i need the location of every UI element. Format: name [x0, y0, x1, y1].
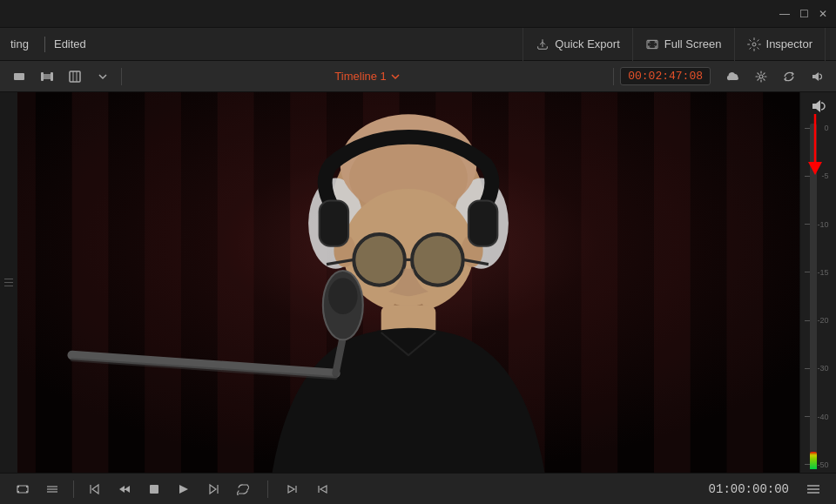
play-button[interactable]: [172, 477, 196, 501]
toolbar-btn-2[interactable]: [35, 65, 59, 88]
tick-line: [805, 368, 810, 369]
vu-tick-15: -15: [805, 268, 829, 277]
toolbar-dropdown-btn[interactable]: [91, 65, 115, 88]
app-title: ting: [10, 37, 29, 50]
top-bar: ting Edited Quick Export Full Screen Ins…: [0, 28, 836, 61]
skip-back-icon: [89, 483, 101, 495]
toolbar-btn-1[interactable]: [7, 65, 31, 88]
svg-rect-46: [17, 486, 19, 487]
quick-export-label: Quick Export: [555, 37, 619, 50]
clip-view-btn[interactable]: [10, 477, 35, 501]
tick-line: [805, 224, 810, 225]
svg-rect-49: [26, 491, 28, 493]
cloud-icon-btn[interactable]: [721, 65, 745, 88]
prev-clip-button[interactable]: [310, 477, 334, 501]
indicator-line: [4, 286, 13, 286]
quick-export-button[interactable]: Quick Export: [522, 28, 632, 61]
svg-rect-6: [70, 71, 80, 82]
timeline-name: Timeline 1: [334, 70, 386, 83]
hamburger-icon: [806, 481, 821, 497]
tick-line: [805, 320, 810, 321]
toolbar-right-controls: [721, 65, 829, 88]
play-icon: [178, 483, 190, 495]
quick-export-icon: [536, 37, 549, 51]
refresh-icon: [783, 71, 795, 83]
trim-icon: [41, 71, 53, 83]
stop-icon: [148, 483, 160, 495]
svg-rect-53: [150, 485, 158, 494]
clip-icon: [69, 71, 81, 83]
transform-icon: [13, 71, 25, 83]
top-bar-actions: Quick Export Full Screen Inspector: [522, 28, 826, 61]
svg-rect-2: [14, 73, 24, 80]
transport-menu-button[interactable]: [801, 477, 826, 501]
timeline-label[interactable]: Timeline 1: [334, 70, 400, 83]
svg-rect-3: [43, 74, 51, 79]
tick-line: [805, 272, 810, 272]
refresh-icon-btn[interactable]: [777, 65, 801, 88]
stop-button[interactable]: [142, 477, 166, 501]
list-view-btn[interactable]: [40, 477, 64, 501]
prev-clip-icon: [316, 483, 328, 495]
rewind-button[interactable]: [112, 477, 137, 501]
indicator-line: [4, 282, 13, 283]
full-screen-icon: [645, 37, 659, 51]
red-arrow-annotation: [798, 110, 833, 179]
vu-tick-20: -20: [805, 316, 829, 325]
vu-bar-fill: [810, 452, 817, 469]
toolbar-sep-1: [121, 68, 122, 85]
tick-line: [805, 464, 810, 465]
svg-point-36: [355, 236, 402, 283]
skip-forward-icon: [207, 483, 219, 495]
window-controls: — ☐ ✕: [779, 8, 829, 20]
toolbar-sep-2: [613, 68, 614, 85]
minimize-button[interactable]: —: [779, 8, 791, 20]
speaker-icon: [811, 71, 823, 83]
main-area: 0 -5 -10 -15 -20: [0, 92, 836, 473]
cloud-icon: [727, 71, 739, 83]
prev-indicator: [4, 274, 13, 292]
vu-tick-10: -10: [805, 220, 829, 229]
timecode-display[interactable]: 00:02:47:08: [620, 67, 711, 85]
audio-panel: 0 -5 -10 -15 -20: [799, 92, 836, 473]
next-clip-button[interactable]: [280, 477, 305, 501]
timeline-chevron-icon: [390, 71, 401, 82]
toolbar-btn-3[interactable]: [63, 65, 87, 88]
full-screen-button[interactable]: Full Screen: [633, 28, 735, 61]
transport-bar: 01:00:00:00: [0, 473, 836, 504]
svg-rect-47: [26, 486, 28, 487]
indicator-line: [4, 279, 13, 279]
separator: [44, 37, 45, 52]
svg-rect-48: [17, 491, 19, 493]
vu-tick-30: -30: [805, 364, 829, 373]
left-nav-panel: [0, 92, 17, 473]
svg-rect-5: [51, 72, 53, 81]
svg-point-7: [759, 75, 763, 78]
svg-rect-30: [469, 201, 497, 246]
list-icon: [46, 483, 58, 495]
svg-rect-4: [41, 72, 44, 81]
skip-forward-button[interactable]: [201, 477, 226, 501]
transport-sep-2: [267, 480, 268, 498]
video-content: [17, 92, 799, 473]
tick-line: [805, 416, 810, 417]
settings-icon: [755, 71, 767, 83]
maximize-button[interactable]: ☐: [798, 8, 810, 20]
vu-tick-40: -40: [805, 413, 829, 421]
rewind-icon: [118, 483, 131, 495]
close-button[interactable]: ✕: [817, 8, 829, 20]
inspector-button[interactable]: Inspector: [735, 28, 826, 61]
video-visualization: [17, 92, 799, 473]
svg-point-1: [752, 43, 756, 46]
skip-back-button[interactable]: [83, 477, 107, 501]
transport-sep: [73, 480, 74, 498]
settings-icon-btn[interactable]: [749, 65, 773, 88]
vu-tick-50: -50: [805, 460, 829, 469]
video-container: [17, 92, 799, 473]
full-screen-label: Full Screen: [664, 37, 722, 50]
audio-icon-btn[interactable]: [805, 65, 829, 88]
video-frame: [17, 92, 799, 473]
loop-button[interactable]: [231, 477, 255, 501]
inspector-icon: [747, 37, 761, 51]
transport-timecode: 01:00:00:00: [709, 482, 789, 496]
